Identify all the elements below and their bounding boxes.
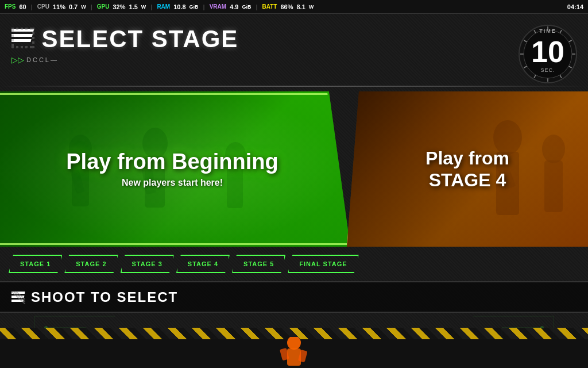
panel-beginning-subtitle: New players start here!: [122, 178, 223, 188]
batt-label: BATT: [262, 3, 277, 10]
stage-btn-final[interactable]: FINAL STAGE: [288, 255, 358, 273]
main-area: SELECT STAGE ▷▷ DCCL—: [0, 14, 588, 368]
shoot-stripes-icon: [11, 290, 25, 304]
shoot-title: SHOOT TO SELECT: [31, 289, 178, 305]
bottom-bar: [0, 339, 588, 368]
stage-btn-1[interactable]: STAGE 1: [9, 255, 62, 273]
cpu-percent: 11%: [53, 3, 65, 10]
svg-rect-31: [544, 160, 563, 212]
timer-label: TIME: [539, 28, 556, 34]
clock: 04:14: [567, 3, 583, 10]
cpu-watts: 0.7: [69, 3, 78, 10]
batt-watts: 8.1: [296, 3, 305, 10]
vram-unit: GiB: [242, 4, 251, 10]
ram-label: RAM: [157, 3, 170, 10]
panel-beginning-title: Play from Beginning: [66, 150, 278, 174]
vram-label: VRAM: [210, 3, 226, 10]
sep5: |: [256, 3, 257, 10]
svg-rect-39: [287, 348, 301, 366]
title-icon: [11, 28, 34, 51]
gpu-label: GPU: [97, 3, 110, 10]
svg-rect-1: [11, 34, 33, 37]
shoot-section: SHOOT TO SELECT: [0, 281, 588, 313]
vram-value: 4.9: [230, 3, 238, 10]
svg-point-30: [542, 135, 565, 163]
ram-unit: GiB: [189, 4, 199, 10]
timer-display: TIME 10 SEC.: [516, 22, 579, 86]
stripes-icon: [11, 28, 34, 48]
stage-btn-3[interactable]: STAGE 3: [121, 255, 174, 273]
svg-rect-2: [11, 39, 32, 42]
stage-btn-2[interactable]: STAGE 2: [64, 255, 118, 273]
cpu-watts-unit: W: [81, 4, 86, 10]
sep3: |: [150, 3, 152, 10]
subtitle-text: DCCL—: [26, 56, 59, 63]
cpu-label: CPU: [37, 3, 49, 10]
timer-number: 10: [531, 37, 564, 67]
fps-label: FPS: [5, 3, 16, 10]
gpu-watts: 1.5: [129, 3, 138, 10]
arrow-icon: ▷▷: [11, 55, 24, 64]
gpu-percent: 32%: [113, 3, 125, 10]
panel-beginning[interactable]: Play from Beginning New players start he…: [0, 91, 350, 247]
timer-unit: SEC.: [540, 67, 555, 73]
sep1: |: [31, 3, 33, 10]
hud-bar: FPS 60 | CPU 11% 0.7W | GPU 32% 1.5W | R…: [0, 0, 588, 14]
subtitle-row: ▷▷ DCCL—: [11, 55, 238, 64]
stage-buttons: STAGE 1 STAGE 2 STAGE 3 STAGE 4 STAGE 5 …: [0, 252, 588, 275]
panel-stage4[interactable]: Play fromSTAGE 4: [347, 91, 588, 247]
gpu-watts-unit: W: [141, 4, 146, 10]
svg-point-38: [287, 337, 301, 350]
bottom-character: [271, 337, 317, 368]
fps-value: 60: [19, 3, 26, 10]
stage-btn-4[interactable]: STAGE 4: [176, 255, 230, 273]
title-section: SELECT STAGE ▷▷ DCCL—: [11, 25, 238, 64]
stage-btn-5[interactable]: STAGE 5: [232, 255, 285, 273]
stage-area: Play from Beginning New players start he…: [0, 91, 588, 247]
page-title: SELECT STAGE: [41, 25, 238, 52]
panel-stage4-title: Play fromSTAGE 4: [425, 147, 509, 191]
character-svg: [271, 337, 317, 366]
divider: [0, 86, 588, 87]
batt-percent: 66%: [280, 3, 293, 10]
batt-watts-unit: W: [309, 4, 314, 10]
ram-value: 10.8: [173, 3, 185, 10]
sep4: |: [203, 3, 205, 10]
sep2: |: [91, 3, 92, 10]
